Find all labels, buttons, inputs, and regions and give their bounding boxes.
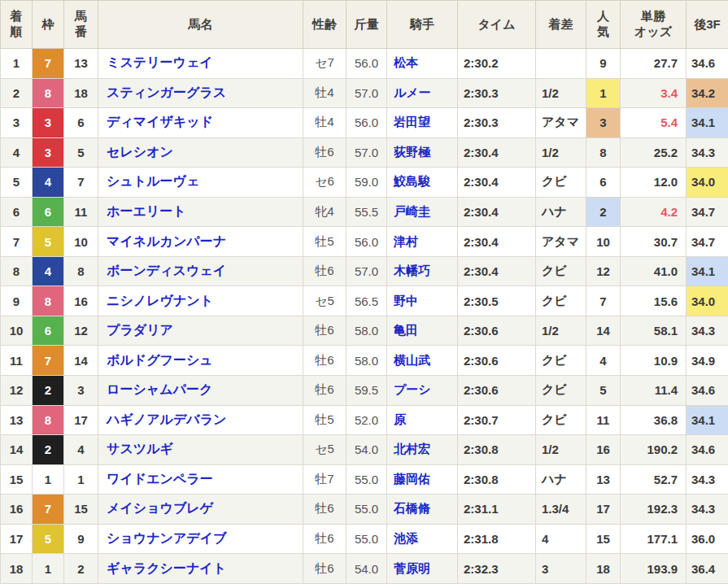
jockey-link[interactable]: 荻野極 <box>394 145 430 159</box>
horse-name-cell: ボルドグフーシュ <box>98 346 303 376</box>
horse-number-cell: 8 <box>64 256 98 286</box>
horse-name-link[interactable]: マイネルカンパーナ <box>107 234 226 248</box>
finish-position-cell: 9 <box>1 286 33 316</box>
margin-cell: クビ <box>536 376 586 406</box>
horse-name-cell: プラダリア <box>98 316 303 346</box>
jockey-link[interactable]: 菅原明 <box>394 561 430 575</box>
time-cell: 2:32.3 <box>458 554 536 584</box>
horse-name-link[interactable]: ハギノアルデバラン <box>107 412 226 426</box>
horse-number-cell: 5 <box>64 137 98 168</box>
jockey-link[interactable]: 野中 <box>394 294 418 307</box>
frame-number-badge: 4 <box>33 256 64 286</box>
sex-age-cell: セ5 <box>303 435 347 465</box>
column-header-name: 馬名 <box>98 1 303 49</box>
jockey-link[interactable]: 木幡巧 <box>394 264 430 277</box>
horse-name-link[interactable]: ニシノレヴナント <box>107 294 213 307</box>
jockey-link[interactable]: ルメー <box>394 85 431 99</box>
horse-name-link[interactable]: シュトルーヴェ <box>107 174 199 188</box>
odds-cell: 11.4 <box>621 376 687 406</box>
table-row: 14 2 4 サスツルギ セ5 54.0 北村宏 2:30.8 1/2 16 1… <box>1 435 728 465</box>
horse-name-link[interactable]: セレシオン <box>107 145 173 159</box>
jockey-link[interactable]: 松本 <box>394 55 418 69</box>
sex-age-cell: 牡6 <box>303 524 347 554</box>
jockey-link[interactable]: 北村宏 <box>394 442 430 455</box>
jockey-link[interactable]: 石橋脩 <box>394 501 430 515</box>
jockey-cell: 荻野極 <box>387 137 458 168</box>
weight-cell: 57.0 <box>347 137 387 168</box>
horse-name-link[interactable]: ローシャムパーク <box>107 382 212 396</box>
jockey-link[interactable]: 津村 <box>394 234 418 248</box>
last3f-cell: 34.3 <box>687 464 728 495</box>
time-cell: 2:30.4 <box>458 197 536 227</box>
jockey-cell: ルメー <box>387 78 458 108</box>
horse-number-cell: 12 <box>64 316 98 346</box>
finish-position-cell: 10 <box>1 316 33 346</box>
weight-cell: 57.0 <box>347 78 387 108</box>
popularity-cell: 8 <box>586 137 621 168</box>
horse-name-link[interactable]: ホーエリート <box>107 204 186 218</box>
time-cell: 2:30.4 <box>458 256 536 286</box>
jockey-link[interactable]: 戸崎圭 <box>394 204 430 218</box>
time-cell: 2:30.6 <box>458 376 536 406</box>
horse-name-link[interactable]: サスツルギ <box>107 442 173 455</box>
horse-name-cell: サスツルギ <box>98 435 303 465</box>
horse-name-link[interactable]: プラダリア <box>107 323 173 337</box>
finish-position-cell: 7 <box>1 227 33 257</box>
horse-number-cell: 1 <box>64 464 98 495</box>
horse-name-link[interactable]: メイショウブレゲ <box>107 501 213 515</box>
frame-number-badge: 4 <box>33 168 64 198</box>
table-row: 18 1 2 ギャラクシーナイト 牡6 54.0 菅原明 2:32.3 3 18… <box>1 554 728 584</box>
sex-age-cell: 牡4 <box>303 108 347 138</box>
margin-cell: 1/2 <box>536 78 586 108</box>
jockey-link[interactable]: 横山武 <box>394 353 430 367</box>
table-row: 17 5 9 ショウナンアデイブ 牡6 55.0 池添 2:31.8 4 15 … <box>1 524 728 554</box>
jockey-link[interactable]: 岩田望 <box>394 115 430 129</box>
jockey-cell: 岩田望 <box>387 108 458 138</box>
jockey-link[interactable]: 鮫島駿 <box>394 174 430 188</box>
column-header-num: 馬 番 <box>64 1 98 49</box>
sex-age-cell: 牡7 <box>303 464 347 495</box>
horse-name-link[interactable]: ミステリーウェイ <box>107 55 213 69</box>
popularity-cell: 11 <box>586 405 621 435</box>
horse-name-link[interactable]: ショウナンアデイブ <box>107 531 226 545</box>
sex-age-cell: セ5 <box>303 286 347 316</box>
last3f-cell: 34.3 <box>687 316 728 346</box>
time-cell: 2:30.7 <box>458 405 536 435</box>
horse-name-link[interactable]: ボーンディスウェイ <box>107 264 226 277</box>
column-header-last3f: 後3F <box>687 1 728 49</box>
table-header: 着 順枠馬 番馬名性齢斤量騎手タイム着差人 気単勝 オッズ後3F <box>1 1 728 49</box>
last3f-cell: 34.3 <box>687 495 728 525</box>
popularity-cell: 2 <box>586 197 621 227</box>
sex-age-cell: 牡6 <box>303 316 347 346</box>
horse-number-cell: 10 <box>64 227 98 257</box>
weight-cell: 59.5 <box>347 376 387 406</box>
frame-number-badge: 7 <box>33 495 64 525</box>
jockey-link[interactable]: 亀田 <box>394 323 418 337</box>
horse-name-link[interactable]: ボルドグフーシュ <box>107 353 213 367</box>
jockey-link[interactable]: プーシ <box>394 382 431 396</box>
table-row: 6 6 11 ホーエリート 牝4 55.5 戸崎圭 2:30.4 ハナ 2 4.… <box>1 197 728 227</box>
jockey-link[interactable]: 池添 <box>394 531 418 545</box>
time-cell: 2:30.2 <box>458 49 536 79</box>
jockey-link[interactable]: 原 <box>394 412 406 426</box>
frame-number-badge: 2 <box>33 376 64 406</box>
horse-name-link[interactable]: ワイドエンペラー <box>107 472 213 486</box>
time-cell: 2:31.1 <box>458 495 536 525</box>
table-row: 8 4 8 ボーンディスウェイ 牡6 57.0 木幡巧 2:30.4 クビ 12… <box>1 256 728 286</box>
popularity-cell: 10 <box>586 227 621 257</box>
jockey-cell: 津村 <box>387 227 458 257</box>
horse-name-cell: ギャラクシーナイト <box>98 554 303 584</box>
horse-name-link[interactable]: ディマイザキッド <box>107 115 213 129</box>
margin-cell: クビ <box>536 346 586 376</box>
frame-number-badge: 8 <box>33 78 64 108</box>
horse-name-link[interactable]: ギャラクシーナイト <box>107 561 226 575</box>
frame-number-badge: 1 <box>33 464 64 495</box>
horse-name-cell: ホーエリート <box>98 197 303 227</box>
horse-number-cell: 4 <box>64 435 98 465</box>
horse-name-link[interactable]: スティンガーグラス <box>107 85 226 99</box>
jockey-cell: 戸崎圭 <box>387 197 458 227</box>
finish-position-cell: 5 <box>1 168 33 198</box>
odds-cell: 10.9 <box>621 346 687 376</box>
horse-name-cell: ショウナンアデイブ <box>98 524 303 554</box>
jockey-link[interactable]: 藤岡佑 <box>394 472 430 486</box>
